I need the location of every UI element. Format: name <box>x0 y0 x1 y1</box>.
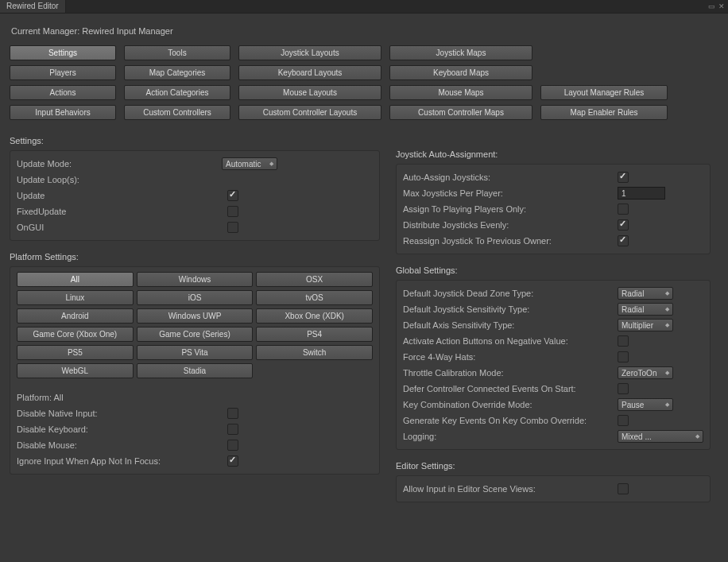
close-icon[interactable]: ✕ <box>718 2 725 10</box>
chevron-down-icon: ◆ <box>665 370 669 376</box>
auto-assign-label: Auto-Assign Joysticks: <box>403 172 618 182</box>
allow-scene-checkbox[interactable] <box>618 483 629 494</box>
assign-playing-checkbox[interactable] <box>618 203 629 215</box>
nav-custom-controllers[interactable]: Custom Controllers <box>124 105 230 120</box>
distribute-checkbox[interactable] <box>618 219 629 231</box>
platform-switch[interactable]: Switch <box>256 345 373 360</box>
platform-psvita[interactable]: PS Vita <box>137 345 254 360</box>
platform-group: All Windows OSX Linux iOS tvOS Android W… <box>10 266 380 475</box>
loop-update-label: Update <box>17 191 227 200</box>
chevron-down-icon: ◆ <box>665 306 669 312</box>
platform-all[interactable]: All <box>17 272 134 287</box>
loop-ongui-checkbox[interactable] <box>227 222 238 233</box>
nav-keyboard-layouts[interactable]: Keyboard Layouts <box>238 65 381 80</box>
defer-label: Defer Controller Connected Events On Sta… <box>403 384 618 393</box>
joystick-auto-assign-title: Joystick Auto-Assignment: <box>396 149 711 159</box>
update-group: Update Mode: Automatic ◆ Update Loop(s):… <box>10 150 380 241</box>
deadzone-dropdown[interactable]: Radial◆ <box>618 287 673 300</box>
collapse-icon[interactable]: ▭ <box>708 2 715 10</box>
settings-title: Settings: <box>10 136 380 145</box>
nav-action-categories[interactable]: Action Categories <box>124 85 230 100</box>
disable-native-checkbox[interactable] <box>227 408 238 419</box>
nav-grid: Settings Tools Joystick Layouts Joystick… <box>10 45 718 120</box>
disable-mouse-checkbox[interactable] <box>227 440 238 451</box>
throttle-label: Throttle Calibration Mode: <box>403 368 618 378</box>
nav-input-behaviors[interactable]: Input Behaviors <box>10 105 116 120</box>
keycombo-dropdown[interactable]: Pause◆ <box>618 398 673 411</box>
update-loops-label: Update Loop(s): <box>17 175 222 184</box>
loop-update-checkbox[interactable] <box>227 190 238 201</box>
chevron-down-icon: ◆ <box>665 401 669 408</box>
max-per-player-field[interactable] <box>618 187 665 200</box>
platform-android[interactable]: Android <box>17 308 134 324</box>
axis-sens-dropdown[interactable]: Multiplier◆ <box>618 319 673 331</box>
nav-joystick-maps[interactable]: Joystick Maps <box>389 45 532 60</box>
platform-ps4[interactable]: PS4 <box>256 327 373 342</box>
platform-xboxone-xdk[interactable]: Xbox One (XDK) <box>256 308 373 324</box>
distribute-label: Distribute Joysticks Evenly: <box>403 220 618 230</box>
update-mode-value: Automatic <box>226 160 261 169</box>
nav-custom-controller-maps[interactable]: Custom Controller Maps <box>389 105 532 120</box>
force-4way-label: Force 4-Way Hats: <box>403 352 618 362</box>
platform-ps5[interactable]: PS5 <box>17 345 134 360</box>
nav-map-enabler-rules[interactable]: Map Enabler Rules <box>540 105 668 120</box>
platform-windows[interactable]: Windows <box>137 272 254 287</box>
chevron-down-icon: ◆ <box>665 322 669 328</box>
tab-bar: Rewired Editor ▭ ✕ <box>0 0 728 14</box>
ignore-focus-checkbox[interactable] <box>227 455 238 467</box>
loop-fixed-label: FixedUpdate <box>17 207 227 216</box>
reassign-checkbox[interactable] <box>618 235 629 246</box>
disable-keyboard-checkbox[interactable] <box>227 424 238 435</box>
ignore-focus-label: Ignore Input When App Not In Focus: <box>17 456 227 466</box>
platform-uwp[interactable]: Windows UWP <box>137 308 254 324</box>
nav-tools[interactable]: Tools <box>124 45 230 60</box>
platform-webgl[interactable]: WebGL <box>17 363 134 378</box>
nav-map-categories[interactable]: Map Categories <box>124 65 230 80</box>
chevron-down-icon: ◆ <box>269 161 273 167</box>
keycombo-label: Key Combination Override Mode: <box>403 400 618 409</box>
platform-gamecore-xboxone[interactable]: Game Core (Xbox One) <box>17 327 134 342</box>
nav-players[interactable]: Players <box>10 65 116 80</box>
throttle-dropdown[interactable]: ZeroToOn◆ <box>618 366 673 379</box>
update-mode-dropdown[interactable]: Automatic ◆ <box>222 157 277 170</box>
activate-neg-checkbox[interactable] <box>618 335 629 347</box>
nav-layout-manager-rules[interactable]: Layout Manager Rules <box>540 85 668 100</box>
nav-joystick-layouts[interactable]: Joystick Layouts <box>238 45 381 60</box>
window-tab[interactable]: Rewired Editor <box>0 0 66 13</box>
nav-mouse-maps[interactable]: Mouse Maps <box>389 85 532 100</box>
loop-ongui-label: OnGUI <box>17 223 227 232</box>
nav-custom-controller-layouts[interactable]: Custom Controller Layouts <box>238 105 381 120</box>
force-4way-checkbox[interactable] <box>618 351 629 362</box>
defer-checkbox[interactable] <box>618 383 629 394</box>
assign-playing-label: Assign To Playing Players Only: <box>403 204 618 214</box>
chevron-down-icon: ◆ <box>665 290 669 297</box>
sensitivity-label: Default Joystick Sensitivity Type: <box>403 304 618 314</box>
nav-settings[interactable]: Settings <box>10 45 116 60</box>
nav-actions[interactable]: Actions <box>10 85 116 100</box>
axis-sens-label: Default Axis Sensitivity Type: <box>403 320 618 330</box>
platform-settings-title: Platform Settings: <box>10 252 380 262</box>
platform-osx[interactable]: OSX <box>256 272 373 287</box>
platform-linux[interactable]: Linux <box>17 290 134 305</box>
loop-fixed-checkbox[interactable] <box>227 206 238 217</box>
platform-ios[interactable]: iOS <box>137 290 254 305</box>
platform-tvos[interactable]: tvOS <box>256 290 373 305</box>
nav-mouse-layouts[interactable]: Mouse Layouts <box>238 85 381 100</box>
global-settings-title: Global Settings: <box>396 265 711 275</box>
update-mode-label: Update Mode: <box>17 159 222 169</box>
logging-dropdown[interactable]: Mixed ...◆ <box>618 430 703 443</box>
platform-stadia[interactable]: Stadia <box>137 363 254 378</box>
allow-scene-label: Allow Input in Editor Scene Views: <box>403 484 618 494</box>
platform-current-label: Platform: All <box>17 390 373 405</box>
logging-label: Logging: <box>403 432 618 441</box>
genkey-checkbox[interactable] <box>618 415 629 426</box>
auto-assign-checkbox[interactable] <box>618 172 629 183</box>
disable-native-label: Disable Native Input: <box>17 409 227 418</box>
sensitivity-dropdown[interactable]: Radial◆ <box>618 303 673 316</box>
platform-gamecore-series[interactable]: Game Core (Series) <box>137 327 254 342</box>
current-manager-label: Current Manager: Rewired Input Manager <box>11 26 718 36</box>
nav-keyboard-maps[interactable]: Keyboard Maps <box>389 65 532 80</box>
genkey-label: Generate Key Events On Key Combo Overrid… <box>403 416 618 425</box>
joystick-auto-assign-group: Auto-Assign Joysticks: Max Joysticks Per… <box>396 164 711 254</box>
editor-settings-group: Allow Input in Editor Scene Views: <box>396 475 711 502</box>
